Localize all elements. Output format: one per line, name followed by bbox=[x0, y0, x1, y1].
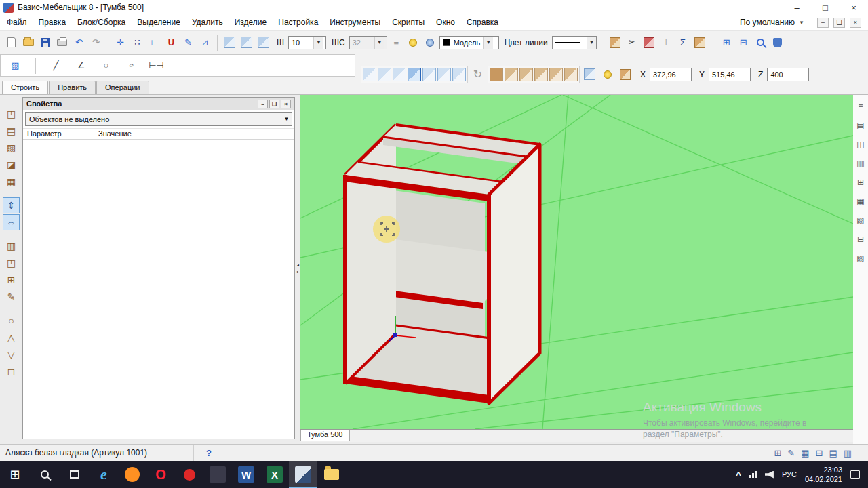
help-icon[interactable]: ? bbox=[203, 447, 214, 458]
doc-close-button[interactable]: × bbox=[850, 18, 861, 28]
view-bottom-button[interactable] bbox=[437, 68, 451, 81]
move-tool-button[interactable]: ✛ bbox=[113, 35, 128, 50]
menu-block-assembly[interactable]: Блок/Сборка bbox=[77, 18, 125, 27]
notification-center-icon[interactable] bbox=[850, 470, 860, 479]
delete-block-button[interactable] bbox=[642, 35, 657, 50]
menu-edit[interactable]: Правка bbox=[39, 18, 66, 27]
view-left-button[interactable] bbox=[393, 68, 406, 81]
view-front-button[interactable] bbox=[363, 68, 376, 81]
redo-button[interactable]: ↷ bbox=[88, 35, 104, 50]
panel-width-combo[interactable]: 10 ▼ bbox=[288, 36, 326, 49]
view-top-button[interactable] bbox=[422, 68, 436, 81]
textured-view-button[interactable] bbox=[534, 68, 548, 81]
tab-build[interactable]: Строить bbox=[2, 81, 48, 94]
prism-tool-button[interactable]: ▽ bbox=[3, 346, 20, 363]
triangle-ruler-button[interactable]: ⊿ bbox=[197, 35, 213, 50]
tray-expand-icon[interactable]: ^ bbox=[736, 470, 741, 480]
magnet-snap-button[interactable]: U bbox=[163, 35, 179, 50]
right-tool-icon[interactable]: ▦ bbox=[856, 197, 864, 206]
column-parameter[interactable]: Параметр bbox=[23, 129, 94, 139]
panel-float-button[interactable]: ❑ bbox=[269, 100, 279, 108]
right-tool-icon[interactable]: ◫ bbox=[856, 140, 864, 149]
shelf-tool-button[interactable]: ▥ bbox=[3, 238, 20, 254]
align-tool-3-button[interactable] bbox=[256, 35, 271, 50]
zoom-document-icon[interactable]: ▤ bbox=[829, 448, 837, 458]
view-iso-button[interactable] bbox=[408, 68, 421, 81]
menu-selection[interactable]: Выделение bbox=[137, 18, 180, 27]
structure-tree-icon[interactable]: ⊞ bbox=[774, 448, 781, 458]
menu-scripts[interactable]: Скрипты bbox=[392, 18, 425, 27]
profile-combo[interactable]: По умолчанию ▼ bbox=[737, 17, 807, 28]
zoom-button[interactable] bbox=[753, 35, 768, 50]
material-fill-button[interactable] bbox=[770, 35, 785, 50]
minimize-button[interactable]: – bbox=[783, 0, 811, 15]
taskbar-app-excel[interactable]: X bbox=[260, 461, 289, 488]
line-color-combo[interactable]: ▼ bbox=[552, 36, 597, 49]
search-button[interactable] bbox=[30, 461, 60, 488]
edit-mode-icon[interactable]: ✎ bbox=[787, 448, 795, 458]
edge-width-combo[interactable]: 32 ▼ bbox=[349, 36, 387, 49]
taskbar-app-firefox[interactable] bbox=[118, 461, 146, 488]
right-tool-icon[interactable]: ▥ bbox=[856, 159, 864, 168]
right-tool-icon[interactable]: ▨ bbox=[856, 253, 864, 263]
print-button[interactable] bbox=[54, 35, 70, 50]
calculator-icon[interactable]: ⊟ bbox=[816, 448, 823, 458]
angle-tool-button[interactable]: ∠ bbox=[73, 58, 89, 73]
circle-tool-button[interactable]: ○ bbox=[98, 58, 114, 73]
column-value[interactable]: Значение bbox=[94, 129, 294, 139]
menu-help[interactable]: Справка bbox=[467, 18, 498, 27]
copy-block-button[interactable] bbox=[608, 35, 623, 50]
selection-combo[interactable]: Объектов не выделено ▼ bbox=[25, 112, 292, 126]
cut-button[interactable]: ✂ bbox=[625, 35, 640, 50]
view-right-button[interactable] bbox=[452, 68, 466, 81]
solid-mode-button[interactable] bbox=[617, 66, 633, 82]
exploded-view-button[interactable] bbox=[564, 68, 578, 81]
menu-file[interactable]: Файл bbox=[7, 18, 27, 27]
taskbar-app-edge[interactable]: e bbox=[90, 461, 118, 488]
layer-model-combo[interactable]: Модель ▼ bbox=[439, 36, 499, 49]
z-coord-input[interactable]: 400 bbox=[767, 68, 809, 81]
undo-button[interactable]: ↶ bbox=[71, 35, 87, 50]
grid-snap-button[interactable]: ∷ bbox=[130, 35, 145, 50]
panel-minimize-button[interactable]: – bbox=[258, 100, 268, 108]
task-view-button[interactable] bbox=[60, 461, 90, 488]
pencil-tool-button[interactable]: ✎ bbox=[180, 35, 196, 50]
hidden-line-view-button[interactable] bbox=[519, 68, 533, 81]
menu-window[interactable]: Окно bbox=[436, 18, 455, 27]
render-button[interactable] bbox=[582, 66, 597, 82]
section-view-button[interactable] bbox=[549, 68, 563, 81]
clock[interactable]: 23:03 04.02.2021 bbox=[805, 465, 842, 485]
menu-tools[interactable]: Инструменты bbox=[330, 18, 380, 27]
horizontal-panel-tool-button[interactable]: ▤ bbox=[3, 123, 20, 139]
properties-table-body[interactable] bbox=[23, 140, 294, 439]
start-button[interactable]: ⊞ bbox=[0, 461, 30, 488]
document-tab[interactable]: Тумба 500 bbox=[300, 430, 350, 441]
hatch-tool-button[interactable]: ▨ bbox=[7, 58, 23, 73]
view-back-button[interactable] bbox=[378, 68, 391, 81]
panel-close-button[interactable]: × bbox=[281, 100, 291, 108]
language-indicator[interactable]: РУС bbox=[782, 470, 797, 479]
right-tool-icon[interactable]: ⊞ bbox=[857, 178, 864, 187]
x-coord-input[interactable]: 372,96 bbox=[650, 68, 692, 81]
align-tool-1-button[interactable] bbox=[222, 35, 237, 50]
taskbar-app-opera[interactable]: O bbox=[146, 461, 175, 488]
bent-panel-tool-button[interactable]: ◪ bbox=[3, 157, 20, 173]
drill-tool-button[interactable]: ⊞ bbox=[3, 272, 20, 288]
doc-restore-button[interactable]: ❑ bbox=[833, 18, 845, 28]
block-icon[interactable]: ▥ bbox=[844, 448, 852, 458]
open-file-button[interactable] bbox=[20, 35, 36, 50]
taskbar-app-explorer[interactable] bbox=[317, 461, 346, 488]
press-tool-button[interactable]: ⊥ bbox=[658, 35, 674, 50]
y-coord-input[interactable]: 515,46 bbox=[709, 68, 751, 81]
right-tool-icon[interactable]: ▧ bbox=[856, 216, 864, 225]
frame-panel-tool-button[interactable]: ▦ bbox=[3, 174, 20, 190]
line-styles-button[interactable]: ≡ bbox=[389, 35, 404, 50]
box-primitive-tool-button[interactable]: ◻ bbox=[3, 363, 20, 380]
menu-delete[interactable]: Удалить bbox=[192, 18, 223, 27]
ellipse-tool-button[interactable]: ○ bbox=[122, 58, 140, 73]
sum-button[interactable]: Σ bbox=[675, 35, 691, 50]
box-tool-button[interactable] bbox=[692, 35, 708, 50]
horizontal-dimension-tool-button[interactable]: ⇔ bbox=[3, 214, 20, 230]
new-file-button[interactable] bbox=[3, 35, 19, 50]
dimension-tool-button[interactable]: ⊢⊣ bbox=[149, 58, 164, 73]
